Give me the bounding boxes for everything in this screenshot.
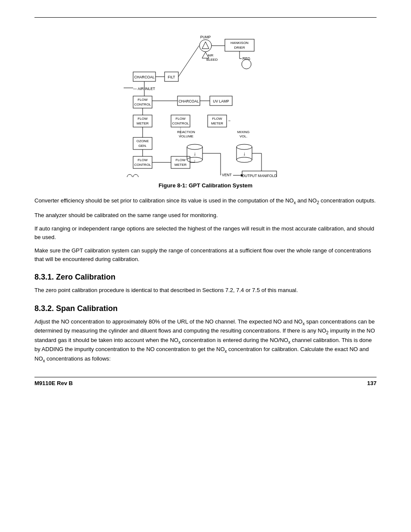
svg-point-42 [237, 144, 252, 149]
svg-text:METER: METER [174, 163, 187, 167]
footer: M9110E Rev B 137 [34, 380, 377, 386]
svg-marker-2 [202, 42, 209, 49]
figure-caption: Figure 8-1: GPT Calibration System [34, 182, 377, 189]
svg-text:↓: ↓ [193, 151, 196, 157]
svg-text:FLOW: FLOW [175, 117, 186, 121]
svg-text:FILT: FILT [168, 75, 175, 79]
svg-line-69 [178, 46, 199, 77]
svg-text:VOLUME: VOLUME [179, 134, 193, 138]
section-831-paragraph: The zero point calibration procedure is … [34, 286, 377, 295]
svg-text:METER: METER [211, 121, 223, 125]
svg-point-56 [127, 174, 132, 177]
section-832-heading: 8.3.2. Span Calibration [34, 304, 377, 313]
section-832-text: Adjust the NO concentration to approxima… [34, 317, 377, 364]
paragraph-4: Make sure the GPT calibration system can… [34, 246, 377, 263]
svg-text:CHARCOAL: CHARCOAL [134, 75, 155, 79]
svg-text:UV LAMP: UV LAMP [213, 99, 229, 103]
svg-text:HANKISON: HANKISON [230, 41, 249, 45]
svg-point-10 [242, 59, 251, 69]
svg-point-57 [133, 174, 138, 177]
svg-text:FLOW: FLOW [175, 158, 186, 162]
svg-text:OZONE: OZONE [137, 139, 149, 143]
svg-text:CHARCOAL: CHARCOAL [178, 99, 199, 103]
svg-text:REACTION: REACTION [177, 130, 195, 134]
svg-text:CONTROL: CONTROL [172, 121, 189, 125]
svg-text:CONTROL: CONTROL [134, 103, 151, 106]
svg-point-45 [237, 157, 252, 162]
bottom-rule [34, 377, 377, 377]
paragraph-1: Converter efficiency should be set prior… [34, 196, 377, 206]
svg-text:GEN.: GEN. [138, 144, 147, 148]
paragraph-2: The analyzer should be calibrated on the… [34, 211, 377, 220]
svg-text:FLOW: FLOW [212, 117, 222, 121]
section-831-text: The zero point calibration procedure is … [34, 286, 377, 295]
diagram-container: PUMP HANKISON DRIER AIR BLEED REG CHARCO [34, 31, 377, 177]
svg-text:↓: ↓ [243, 151, 246, 157]
svg-text:AIR: AIR [208, 53, 214, 57]
body-text-block: Converter efficiency should be set prior… [34, 196, 377, 263]
page-container: PUMP HANKISON DRIER AIR BLEED REG CHARCO [0, 0, 411, 404]
svg-text:MIXING: MIXING [237, 130, 249, 134]
paragraph-3: If auto ranging or independent range opt… [34, 224, 377, 241]
svg-text:VOL.: VOL. [240, 134, 247, 138]
svg-text:VENT: VENT [222, 173, 232, 177]
svg-text:FLOW: FLOW [137, 98, 148, 102]
svg-text:PUMP: PUMP [200, 35, 211, 39]
svg-text:FLOW: FLOW [137, 158, 148, 162]
svg-text:DRIER: DRIER [234, 46, 245, 50]
svg-text:FLOW: FLOW [137, 117, 148, 121]
svg-text:OUTPUT MANIFOLD: OUTPUT MANIFOLD [242, 174, 277, 177]
svg-text:CONTROL: CONTROL [134, 163, 151, 167]
top-rule [34, 17, 377, 18]
section-831-heading: 8.3.1. Zero Calibration [34, 273, 377, 282]
svg-text:–: – [228, 118, 230, 123]
footer-right: 137 [367, 380, 377, 386]
svg-point-37 [187, 144, 202, 149]
footer-left: M9110E Rev B [34, 380, 73, 386]
gpt-diagram: PUMP HANKISON DRIER AIR BLEED REG CHARCO [115, 31, 296, 177]
svg-text:METER: METER [137, 121, 149, 125]
section-832-paragraph: Adjust the NO concentration to approxima… [34, 317, 377, 364]
